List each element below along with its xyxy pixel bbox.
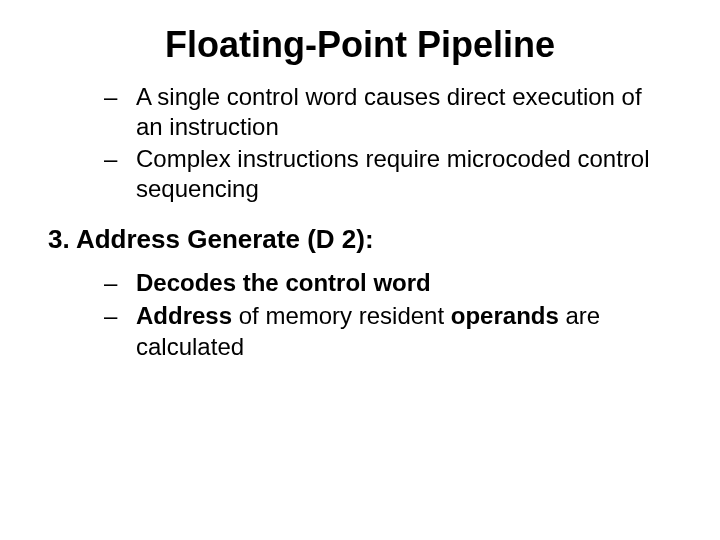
section-number: 3. <box>48 224 70 254</box>
bullet-item: Decodes the control word <box>104 267 672 298</box>
bullet-text: of memory resident <box>232 302 451 329</box>
bullet-item: Complex instructions require microcoded … <box>104 144 672 204</box>
bullet-text-bold: operands <box>451 302 559 329</box>
bullet-item: A single control word causes direct exec… <box>104 82 672 142</box>
top-bullet-list: A single control word causes direct exec… <box>48 82 672 204</box>
slide-title: Floating-Point Pipeline <box>48 24 672 66</box>
section-heading: 3. Address Generate (D 2): <box>48 224 672 255</box>
section-label: Address Generate (D 2): <box>76 224 374 254</box>
bullet-text-bold: Decodes the control word <box>136 269 431 296</box>
bottom-bullet-list: Decodes the control word Address of memo… <box>48 267 672 363</box>
bullet-item: Address of memory resident operands are … <box>104 300 672 362</box>
bullet-text-bold: Address <box>136 302 232 329</box>
